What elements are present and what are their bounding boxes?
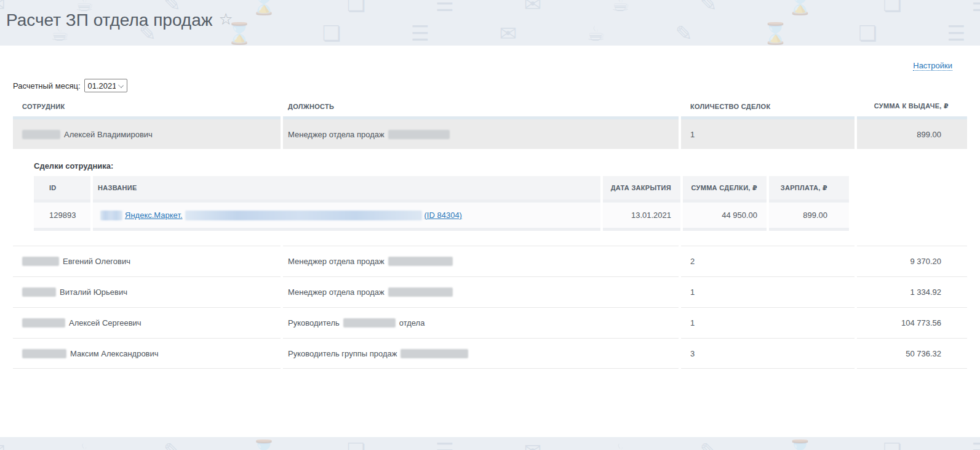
position-text: Менеджер отдела продаж <box>288 287 384 297</box>
employee-row[interactable]: Виталий Юрьевич Менеджер отдела продаж 1… <box>13 276 967 307</box>
deal-salary-cell: 899.00 <box>769 199 849 231</box>
page-title: Расчет ЗП отдела продаж <box>6 10 213 30</box>
deal-col-header-salary: ЗАРПЛАТА, ₽ <box>769 176 849 199</box>
month-select[interactable]: 01.2021 <box>84 79 127 92</box>
deal-title-cell: Яндекс.Маркет. (ID 84304) <box>93 199 600 231</box>
redacted-text <box>22 349 66 358</box>
deal-col-header-close-date: ДАТА ЗАКРЫТИЯ <box>603 176 680 199</box>
table-header-row: СОТРУДНИК ДОЛЖНОСТЬ КОЛИЧЕСТВО СДЕЛОК СУ… <box>13 102 967 116</box>
position-text: Менеджер отдела продаж <box>288 130 384 139</box>
employee-name: Виталий Юрьевич <box>60 287 127 297</box>
deal-link[interactable]: Яндекс.Маркет. (ID 84304) <box>98 211 462 220</box>
month-select-wrap: 01.2021 <box>84 79 127 92</box>
redacted-text <box>22 318 65 327</box>
employee-position-cell: Менеджер отдела продаж <box>283 276 679 307</box>
redacted-text <box>400 349 468 358</box>
redacted-text <box>22 257 59 266</box>
deal-col-header-title: НАЗВАНИЕ <box>93 176 600 199</box>
deal-title-text: Яндекс.Маркет. <box>125 211 183 220</box>
employee-name: Евгений Олегович <box>63 257 130 266</box>
col-header-employee: СОТРУДНИК <box>13 102 281 116</box>
deal-row: 129893 Яндекс.Маркет. (ID 84304) 13.01.2… <box>34 199 849 231</box>
page-footer-band <box>0 437 980 450</box>
redacted-text <box>343 318 396 327</box>
page-header: Расчет ЗП отдела продаж☆ <box>0 0 980 30</box>
position-text: Руководитель <box>288 318 340 327</box>
deals-count-cell: 2 <box>681 246 855 276</box>
redacted-text <box>388 287 453 297</box>
salary-table: СОТРУДНИК ДОЛЖНОСТЬ КОЛИЧЕСТВО СДЕЛОК СУ… <box>13 102 967 369</box>
redacted-text <box>388 130 450 139</box>
position-text: Менеджер отдела продаж <box>288 257 384 266</box>
employee-name-cell: Виталий Юрьевич <box>13 276 281 307</box>
amount-cell: 9 370.20 <box>857 246 967 276</box>
employee-name: Алексей Владимирович <box>64 130 153 139</box>
position-text-suffix: отдела <box>399 318 425 327</box>
employee-position-cell: Руководитель группы продаж <box>283 338 679 369</box>
favorite-star-icon[interactable]: ☆ <box>219 10 233 28</box>
employee-position-cell: Менеджер отдела продаж <box>283 116 679 149</box>
deals-header-row: ID НАЗВАНИЕ ДАТА ЗАКРЫТИЯ СУММА СДЕЛКИ, … <box>34 176 849 199</box>
deal-close-date-cell: 13.01.2021 <box>603 199 680 231</box>
redacted-text <box>185 211 422 220</box>
employee-name: Алексей Сергеевич <box>69 318 141 327</box>
employee-position-cell: Менеджер отдела продаж <box>283 246 679 276</box>
col-header-amount: СУММА К ВЫДАЧЕ, ₽ <box>857 102 967 116</box>
deals-section-label: Сделки сотрудника: <box>34 161 849 171</box>
settings-row: Настройки <box>13 46 967 69</box>
month-filter-label: Расчетный месяц: <box>13 81 81 90</box>
redacted-text <box>22 287 56 297</box>
col-header-deals-count: КОЛИЧЕСТВО СДЕЛОК <box>681 102 855 116</box>
redacted-text <box>22 130 60 139</box>
amount-cell: 1 334.92 <box>857 276 967 307</box>
deal-col-header-id: ID <box>34 176 90 199</box>
employee-row[interactable]: Алексей Сергеевич Руководитель отдела 1 … <box>13 307 967 338</box>
deals-count-cell: 1 <box>681 307 855 338</box>
month-filter: Расчетный месяц: 01.2021 <box>13 79 967 92</box>
deals-count-cell: 3 <box>681 338 855 369</box>
employee-row[interactable]: Максим Александрович Руководитель группы… <box>13 338 967 369</box>
deals-count-cell: 1 <box>681 276 855 307</box>
redacted-text <box>100 211 122 220</box>
employee-row-expanded[interactable]: Алексей Владимирович Менеджер отдела про… <box>13 116 967 149</box>
amount-cell: 50 736.32 <box>857 338 967 369</box>
employee-name-cell: Максим Александрович <box>13 338 281 369</box>
settings-link[interactable]: Настройки <box>913 61 952 71</box>
employee-name-cell: Алексей Владимирович <box>13 116 281 149</box>
position-text: Руководитель группы продаж <box>288 349 397 358</box>
employee-row[interactable]: Евгений Олегович Менеджер отдела продаж … <box>13 246 967 276</box>
employee-name-cell: Евгений Олегович <box>13 246 281 276</box>
employee-position-cell: Руководитель отдела <box>283 307 679 338</box>
deal-id-text: (ID 84304) <box>424 211 462 220</box>
redacted-text <box>388 257 453 266</box>
employee-name-cell: Алексей Сергеевич <box>13 307 281 338</box>
amount-cell: 104 773.56 <box>857 307 967 338</box>
deal-id-cell: 129893 <box>34 199 90 231</box>
amount-cell: 899.00 <box>857 116 967 149</box>
deals-count-cell: 1 <box>681 116 855 149</box>
employee-name: Максим Александрович <box>70 349 159 358</box>
col-header-position: ДОЛЖНОСТЬ <box>283 102 679 116</box>
main-content: Настройки Расчетный месяц: 01.2021 СОТРУ… <box>0 46 980 437</box>
deal-sum-cell: 44 950.00 <box>683 199 767 231</box>
page-header-band: Расчет ЗП отдела продаж☆ <box>0 0 980 46</box>
deal-col-header-sum: СУММА СДЕЛКИ, ₽ <box>683 176 767 199</box>
employee-deals-section: Сделки сотрудника: ID НАЗВАНИЕ ДАТА ЗАКР… <box>34 161 849 231</box>
